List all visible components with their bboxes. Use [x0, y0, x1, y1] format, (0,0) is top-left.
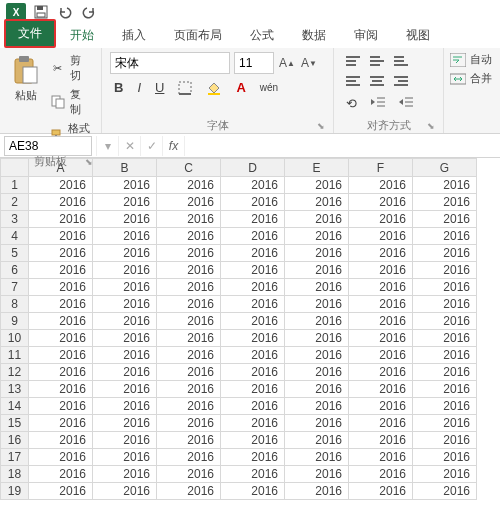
italic-button[interactable]: I [133, 78, 145, 97]
cell[interactable]: 2016 [349, 177, 413, 194]
cell[interactable]: 2016 [221, 330, 285, 347]
row-header[interactable]: 10 [1, 330, 29, 347]
cell[interactable]: 2016 [413, 483, 477, 500]
cell[interactable]: 2016 [413, 347, 477, 364]
cell[interactable]: 2016 [29, 313, 93, 330]
cell[interactable]: 2016 [29, 364, 93, 381]
cell[interactable]: 2016 [413, 211, 477, 228]
cell[interactable]: 2016 [413, 364, 477, 381]
cell[interactable]: 2016 [413, 415, 477, 432]
row-header[interactable]: 2 [1, 194, 29, 211]
row-header[interactable]: 5 [1, 245, 29, 262]
cell[interactable]: 2016 [349, 398, 413, 415]
cell[interactable]: 2016 [221, 211, 285, 228]
row-header[interactable]: 9 [1, 313, 29, 330]
cell[interactable]: 2016 [157, 313, 221, 330]
cell[interactable]: 2016 [413, 466, 477, 483]
cell[interactable]: 2016 [157, 483, 221, 500]
row-header[interactable]: 8 [1, 296, 29, 313]
cell[interactable]: 2016 [93, 330, 157, 347]
cell[interactable]: 2016 [29, 466, 93, 483]
row-header[interactable]: 4 [1, 228, 29, 245]
column-header[interactable]: G [413, 159, 477, 177]
tab-data[interactable]: 数据 [288, 23, 340, 48]
increase-font-button[interactable]: A▲ [278, 54, 296, 72]
cell[interactable]: 2016 [221, 483, 285, 500]
orientation-button[interactable]: ⟲ [342, 94, 361, 113]
formula-input[interactable] [184, 136, 500, 156]
fx-button[interactable]: fx [162, 136, 184, 156]
cell[interactable]: 2016 [221, 245, 285, 262]
align-right-button[interactable] [390, 72, 412, 90]
cell[interactable]: 2016 [349, 483, 413, 500]
cell[interactable]: 2016 [413, 262, 477, 279]
cell[interactable]: 2016 [285, 211, 349, 228]
cell[interactable]: 2016 [413, 398, 477, 415]
cell[interactable]: 2016 [93, 262, 157, 279]
cut-button[interactable]: ✂ 剪切 [48, 52, 93, 84]
cell[interactable]: 2016 [93, 245, 157, 262]
cell[interactable]: 2016 [93, 398, 157, 415]
cell[interactable]: 2016 [93, 296, 157, 313]
cell[interactable]: 2016 [157, 466, 221, 483]
cell[interactable]: 2016 [29, 398, 93, 415]
cell[interactable]: 2016 [221, 228, 285, 245]
name-box[interactable] [4, 136, 92, 156]
cell[interactable]: 2016 [29, 296, 93, 313]
cell[interactable]: 2016 [349, 262, 413, 279]
cell[interactable]: 2016 [413, 245, 477, 262]
font-color-button[interactable]: A [232, 78, 249, 97]
cell[interactable]: 2016 [413, 449, 477, 466]
cell[interactable]: 2016 [221, 432, 285, 449]
cell[interactable]: 2016 [285, 296, 349, 313]
cell[interactable]: 2016 [285, 177, 349, 194]
row-header[interactable]: 15 [1, 415, 29, 432]
cell[interactable]: 2016 [221, 296, 285, 313]
column-header[interactable]: F [349, 159, 413, 177]
cell[interactable]: 2016 [349, 211, 413, 228]
cell[interactable]: 2016 [221, 262, 285, 279]
cell[interactable]: 2016 [93, 228, 157, 245]
cell[interactable]: 2016 [349, 330, 413, 347]
cell[interactable]: 2016 [413, 432, 477, 449]
font-dialog-launcher[interactable]: ⬊ [110, 121, 325, 131]
cell[interactable]: 2016 [221, 347, 285, 364]
phonetic-button[interactable]: wén [256, 80, 282, 95]
cell[interactable]: 2016 [29, 483, 93, 500]
cell[interactable]: 2016 [157, 228, 221, 245]
tab-review[interactable]: 审阅 [340, 23, 392, 48]
cell[interactable]: 2016 [93, 381, 157, 398]
cell[interactable]: 2016 [221, 279, 285, 296]
cell[interactable]: 2016 [157, 432, 221, 449]
cell[interactable]: 2016 [157, 398, 221, 415]
row-header[interactable]: 11 [1, 347, 29, 364]
cell[interactable]: 2016 [29, 245, 93, 262]
cell[interactable]: 2016 [29, 177, 93, 194]
alignment-dialog-launcher[interactable]: ⬊ [342, 121, 435, 131]
align-center-button[interactable] [366, 72, 388, 90]
cell[interactable]: 2016 [349, 466, 413, 483]
cell[interactable]: 2016 [413, 381, 477, 398]
cell[interactable]: 2016 [285, 466, 349, 483]
row-header[interactable]: 12 [1, 364, 29, 381]
cell[interactable]: 2016 [413, 313, 477, 330]
paste-button[interactable]: 粘贴 [8, 52, 44, 105]
cancel-button[interactable]: ✕ [118, 136, 140, 156]
cell[interactable]: 2016 [349, 381, 413, 398]
cell[interactable]: 2016 [349, 449, 413, 466]
cell[interactable]: 2016 [413, 296, 477, 313]
cell[interactable]: 2016 [93, 466, 157, 483]
cell[interactable]: 2016 [157, 296, 221, 313]
cell[interactable]: 2016 [349, 296, 413, 313]
cell[interactable]: 2016 [29, 415, 93, 432]
cell[interactable]: 2016 [157, 347, 221, 364]
cell[interactable]: 2016 [157, 262, 221, 279]
enter-button[interactable]: ✓ [140, 136, 162, 156]
tab-formulas[interactable]: 公式 [236, 23, 288, 48]
cell[interactable]: 2016 [349, 347, 413, 364]
cell[interactable]: 2016 [221, 415, 285, 432]
cell[interactable]: 2016 [285, 262, 349, 279]
cell[interactable]: 2016 [413, 228, 477, 245]
cell[interactable]: 2016 [93, 449, 157, 466]
cell[interactable]: 2016 [285, 398, 349, 415]
